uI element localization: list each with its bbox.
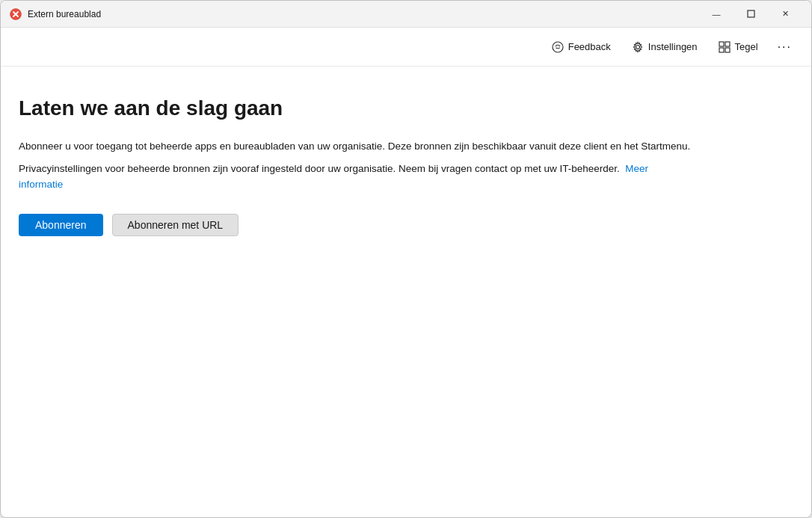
page-title: Laten we aan de slag gaan — [19, 96, 793, 120]
tegel-label: Tegel — [735, 41, 758, 52]
app-icon — [10, 8, 22, 20]
abonneren-button[interactable]: Abonneren — [19, 214, 103, 236]
feedback-icon — [552, 41, 564, 53]
close-icon: ✕ — [782, 9, 789, 19]
svg-point-4 — [553, 42, 563, 52]
abonneren-url-button[interactable]: Abonneren met URL — [112, 214, 239, 236]
window-title: Extern bureaublad — [28, 9, 699, 19]
action-buttons: Abonneren Abonneren met URL — [19, 214, 793, 236]
svg-rect-10 — [725, 42, 730, 46]
svg-point-7 — [559, 46, 559, 47]
tegel-icon — [719, 41, 731, 53]
svg-point-6 — [556, 46, 556, 47]
more-button[interactable]: ··· — [770, 36, 799, 58]
toolbar: Feedback Instellingen Tegel ··· — [1, 28, 811, 67]
instellingen-label: Instellingen — [648, 41, 698, 52]
window-controls: — ✕ — [699, 2, 802, 26]
app-window: Extern bureaublad — ✕ F — [0, 0, 812, 518]
tegel-button[interactable]: Tegel — [710, 37, 767, 58]
svg-rect-3 — [748, 10, 754, 17]
main-content: Laten we aan de slag gaan Abonneer u voo… — [1, 67, 811, 517]
description-text: Abonneer u voor toegang tot beheerde app… — [19, 138, 692, 155]
close-button[interactable]: ✕ — [768, 2, 802, 26]
svg-point-8 — [636, 45, 639, 49]
privacy-content: Privacyinstellingen voor beheerde bronne… — [19, 163, 620, 174]
svg-rect-11 — [719, 48, 724, 52]
gear-icon — [632, 41, 644, 53]
svg-rect-12 — [725, 48, 730, 52]
maximize-button[interactable] — [733, 2, 768, 26]
svg-rect-9 — [719, 42, 724, 46]
maximize-icon — [747, 10, 755, 18]
feedback-label: Feedback — [568, 41, 611, 52]
instellingen-button[interactable]: Instellingen — [623, 37, 707, 58]
privacy-text: Privacyinstellingen voor beheerde bronne… — [19, 161, 692, 193]
minimize-icon: — — [713, 10, 721, 19]
minimize-button[interactable]: — — [699, 2, 733, 26]
more-icon: ··· — [778, 40, 792, 54]
titlebar: Extern bureaublad — ✕ — [1, 1, 811, 28]
feedback-button[interactable]: Feedback — [543, 37, 620, 58]
description-content: Abonneer u voor toegang tot beheerde app… — [19, 141, 690, 152]
